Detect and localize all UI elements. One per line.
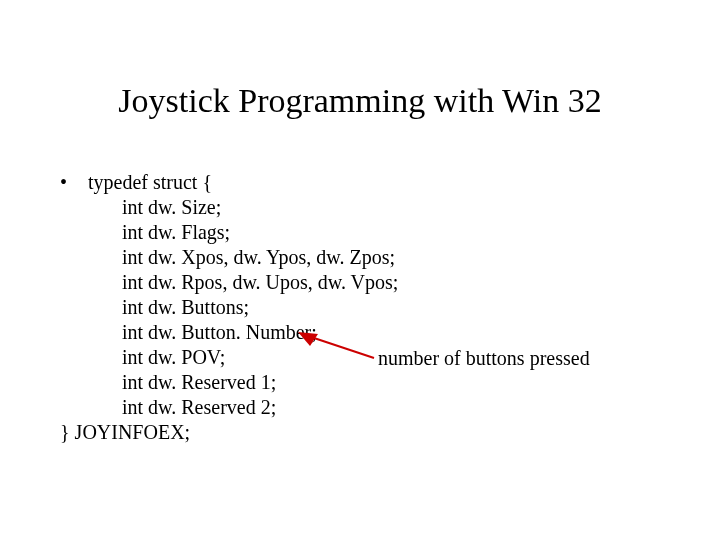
slide-body: • typedef struct { int dw. Size; int dw.… — [60, 170, 660, 445]
code-line: int dw. Xpos, dw. Ypos, dw. Zpos; — [60, 245, 660, 270]
code-line-close: } JOYINFOEX; — [60, 420, 660, 445]
code-line: int dw. Rpos, dw. Upos, dw. Vpos; — [60, 270, 660, 295]
code-line: int dw. Size; — [60, 195, 660, 220]
bullet-marker: • — [60, 170, 88, 195]
code-line: int dw. Reserved 1; — [60, 370, 660, 395]
annotation-label: number of buttons pressed — [378, 347, 590, 370]
slide: Joystick Programming with Win 32 • typed… — [0, 0, 720, 540]
bullet-item: • typedef struct { — [60, 170, 660, 195]
code-line: int dw. Button. Number; — [60, 320, 660, 345]
code-line: int dw. Flags; — [60, 220, 660, 245]
code-line-open: typedef struct { — [88, 170, 212, 195]
code-line: int dw. Buttons; — [60, 295, 660, 320]
code-line: int dw. Reserved 2; — [60, 395, 660, 420]
slide-title: Joystick Programming with Win 32 — [0, 82, 720, 120]
